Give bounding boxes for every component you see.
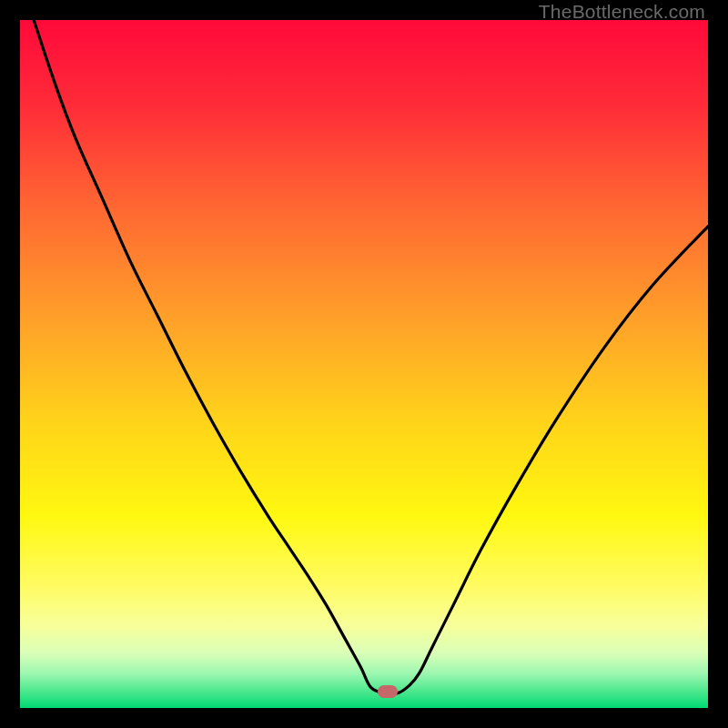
watermark-text: TheBottleneck.com	[539, 1, 705, 23]
optimal-balance-marker	[378, 685, 398, 698]
plot-area	[20, 20, 708, 708]
chart-frame: TheBottleneck.com	[0, 0, 728, 728]
bottleneck-curve	[20, 20, 708, 708]
